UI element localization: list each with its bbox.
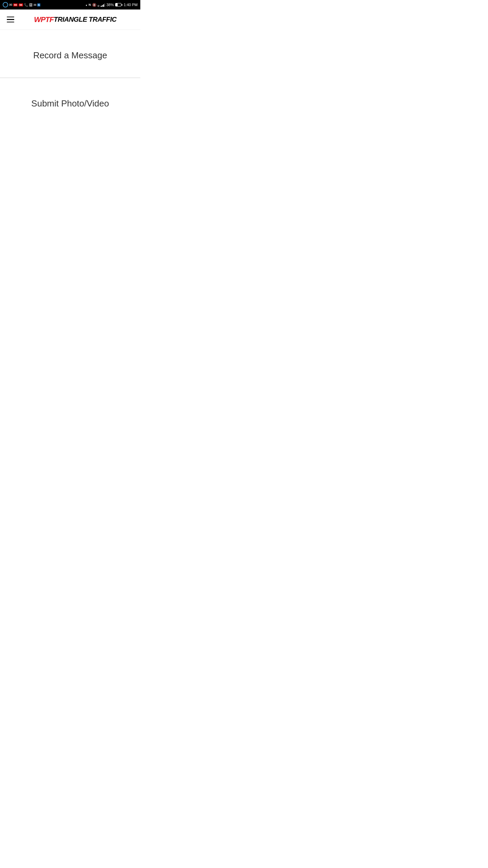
hamburger-line-1 <box>7 17 14 18</box>
nfc-icon: N <box>89 3 91 6</box>
circle-notification-icon <box>3 2 8 7</box>
image-icon: 🖼 <box>29 3 33 7</box>
app-icon: S <box>37 3 40 6</box>
hamburger-line-3 <box>7 22 14 23</box>
logo-container: WPTF TRIANGLE TRAFFIC <box>16 15 135 24</box>
submit-photo-section[interactable]: Submit Photo/Video <box>0 78 140 126</box>
wifi-icon <box>98 3 99 7</box>
record-message-label[interactable]: Record a Message <box>33 50 107 61</box>
time-display: 1:40 PM <box>124 3 138 7</box>
battery-icon <box>115 3 122 6</box>
call-icon: 📞 <box>24 3 28 7</box>
submit-photo-label[interactable]: Submit Photo/Video <box>31 98 109 109</box>
logo-triangle-traffic-text: TRIANGLE TRAFFIC <box>54 16 117 23</box>
signal-icon <box>101 3 105 7</box>
logo-wptf: WPTF <box>34 15 54 24</box>
hamburger-line-2 <box>7 19 14 20</box>
status-bar-system: ⬧ N 🔇 38% 1:40 PM <box>85 3 138 7</box>
mute-icon: 🔇 <box>92 3 96 7</box>
message-icon: ✉ <box>34 3 36 7</box>
98rock-icon: 98 <box>13 3 18 6</box>
status-bar-notifications: ✉ 98 98 📞 🖼 ✉ S <box>3 2 40 7</box>
main-content: Record a Message Submit Photo/Video <box>0 30 140 126</box>
app-header: WPTF TRIANGLE TRAFFIC <box>0 9 140 30</box>
record-message-section[interactable]: Record a Message <box>0 30 140 78</box>
email-icon: ✉ <box>9 3 12 7</box>
battery-percent: 38% <box>106 3 114 7</box>
bluetooth-icon: ⬧ <box>85 3 87 7</box>
hamburger-menu[interactable] <box>5 15 16 24</box>
status-bar: ✉ 98 98 📞 🖼 ✉ S ⬧ N 🔇 38% 1:40 PM <box>0 0 140 9</box>
98rock2-icon: 98 <box>19 3 23 6</box>
